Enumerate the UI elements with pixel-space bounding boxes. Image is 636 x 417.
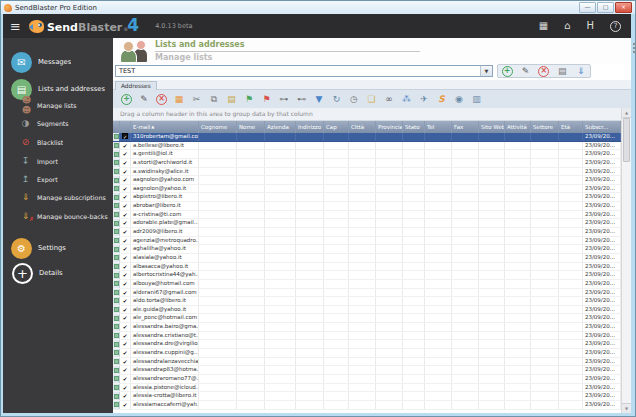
column-header[interactable]: Azienda <box>265 121 296 133</box>
row-checkbox[interactable]: ✔ <box>120 358 131 366</box>
delete-list-button[interactable]: × <box>538 66 549 77</box>
edit-list-button[interactable]: ✎ <box>520 66 531 77</box>
columns-button[interactable]: ▥ <box>471 94 482 105</box>
contact-history-button[interactable]: ◷ <box>349 94 360 105</box>
row-checkbox[interactable]: ✔ <box>120 323 131 331</box>
column-header[interactable]: Età <box>559 121 583 133</box>
row-checkbox[interactable]: ✔ <box>120 228 131 236</box>
row-checkbox[interactable]: ✔ <box>120 263 131 271</box>
row-checkbox[interactable]: ✔ <box>120 159 131 167</box>
scroll-down-icon[interactable]: ▼ <box>622 403 631 413</box>
column-header[interactable]: Sito Web <box>479 121 505 133</box>
row-checkbox[interactable]: ✔ <box>120 202 131 210</box>
table-row[interactable]: ✔aagnolon@yahoo.com23/09/20... <box>113 176 621 185</box>
row-checkbox[interactable]: ✔ <box>120 271 131 279</box>
column-header[interactable]: Subscr... <box>583 121 621 133</box>
table-row[interactable]: ✔albouya@hotmail.com23/09/20... <box>113 280 621 289</box>
row-checkbox[interactable]: ✔ <box>120 366 131 374</box>
column-header[interactable]: Indirizzo <box>296 121 324 133</box>
row-checkbox[interactable]: ✔ <box>120 150 131 158</box>
column-header[interactable]: Fax <box>452 121 479 133</box>
column-header[interactable]: Nome <box>237 121 265 133</box>
column-header[interactable]: Tel <box>425 121 452 133</box>
sidebar-item-manage-lists[interactable]: ☻☻Manage lists <box>3 98 113 112</box>
share-network-button[interactable]: ⁂ <box>401 94 412 105</box>
table-row[interactable]: ✔alessandra.dre@virgilio...23/09/20... <box>113 340 621 349</box>
row-checkbox[interactable]: ✔ <box>120 280 131 288</box>
scrollbar-thumb[interactable] <box>623 118 630 162</box>
sidebar-item-export[interactable]: ↥Export <box>3 172 113 186</box>
table-row[interactable]: ✔albertocristina44@yah...23/09/20... <box>113 271 621 280</box>
add-contact-button[interactable]: + <box>121 94 132 105</box>
row-checkbox[interactable]: ✓ <box>120 133 131 141</box>
list-selector[interactable]: TEST ▼ <box>115 65 493 77</box>
row-checkbox[interactable]: ✔ <box>120 314 131 322</box>
date-grid-button[interactable]: ▦ <box>174 94 185 105</box>
column-header[interactable]: Attività <box>505 121 531 133</box>
table-row[interactable]: ✔a.swidinsky@alice.it23/09/20... <box>113 168 621 177</box>
red-flag-button[interactable]: ⚑ <box>261 94 272 105</box>
close-button[interactable]: × <box>615 2 632 13</box>
table-row[interactable]: ✓310robertam@gmail.com23/09/20... <box>113 133 621 142</box>
tools-icon[interactable]: H <box>586 21 594 31</box>
table-scrollbar[interactable]: ▲ ▼ <box>621 108 631 413</box>
sync-contacts-button[interactable]: ↻ <box>331 94 342 105</box>
table-row[interactable]: ✔abrobar@libero.it23/09/20... <box>113 202 621 211</box>
row-checkbox[interactable]: ✔ <box>120 384 131 392</box>
print-button[interactable]: ▤ <box>557 66 568 77</box>
calendar-icon[interactable]: ▦ <box>539 21 548 31</box>
copy-button[interactable]: ⧉ <box>209 94 220 105</box>
row-checkbox[interactable]: ✔ <box>120 375 131 383</box>
sidebar-item-settings[interactable]: ⚙Settings <box>3 237 113 259</box>
table-row[interactable]: ✔alessiamaccaferri@yah...23/09/20... <box>113 401 621 410</box>
table-row[interactable]: ✔alessandraromano77@...23/09/20... <box>113 375 621 384</box>
table-row[interactable]: ✔alasiala@yahoo.it23/09/20... <box>113 254 621 263</box>
minimize-button[interactable]: — <box>579 2 596 13</box>
filter-button[interactable]: ▼ <box>314 94 325 105</box>
panel-grip[interactable] <box>633 43 635 45</box>
table-row[interactable]: ✔a.gentili@iol.it23/09/20... <box>113 150 621 159</box>
paste-button[interactable]: ▤ <box>226 94 237 105</box>
send-plane-button[interactable]: ✈ <box>419 94 430 105</box>
table-row[interactable]: ✔aagnolon@yahoo.it23/09/20... <box>113 185 621 194</box>
row-checkbox[interactable]: ✔ <box>120 219 131 227</box>
column-header[interactable]: Provincia <box>376 121 403 133</box>
row-checkbox[interactable]: ✔ <box>120 211 131 219</box>
preview-eye-button[interactable]: ◉ <box>454 94 465 105</box>
table-row[interactable]: ✔aghalilha@yahoo.it23/09/20... <box>113 245 621 254</box>
sidebar-item-segments[interactable]: ◑Segments <box>3 116 113 130</box>
row-checkbox[interactable]: ✔ <box>120 142 131 150</box>
help-icon[interactable]: ? <box>610 21 621 32</box>
sidebar-item-manage-subscriptions[interactable]: ⇓Manage subscriptions <box>3 190 113 204</box>
export-grid-button[interactable]: ⇓ <box>575 66 586 77</box>
table-row[interactable]: ✔alessia-crotta@libero.it23/09/20... <box>113 392 621 401</box>
notes-button[interactable]: ❏ <box>366 94 377 105</box>
table-row[interactable]: ✔alessandra.bairo@gma...23/09/20... <box>113 323 621 332</box>
table-row[interactable]: ✔alessia.pistone@icloud...23/09/20... <box>113 384 621 393</box>
column-header[interactable]: Città <box>349 121 376 133</box>
column-header[interactable]: Cognome <box>199 121 237 133</box>
row-checkbox[interactable]: ✔ <box>120 254 131 262</box>
table-row[interactable]: ✔abpietro@libero.it23/09/20... <box>113 193 621 202</box>
table-row[interactable]: ✔a-cristina@ti.com23/09/20... <box>113 211 621 220</box>
edit-contact-button[interactable]: ✎ <box>139 94 150 105</box>
table-row[interactable]: ✔ale.guida@yahoo.it23/09/20... <box>113 306 621 315</box>
table-row[interactable]: ✔alessandra.cuppini@g...23/09/20... <box>113 349 621 358</box>
table-row[interactable]: ✔agenzia@metroquadro...23/09/20... <box>113 237 621 246</box>
row-checkbox[interactable]: ✔ <box>120 193 131 201</box>
delete-contact-button[interactable]: × <box>156 94 167 105</box>
row-checkbox[interactable]: ✔ <box>120 306 131 314</box>
row-checkbox[interactable]: ✔ <box>120 340 131 348</box>
cut-button[interactable]: ✂ <box>191 94 202 105</box>
table-row[interactable]: ✔alessandralanzavecchia...23/09/20... <box>113 358 621 367</box>
sidebar-item-messages[interactable]: ✉Messages <box>3 51 113 73</box>
sidebar-item-import[interactable]: ↧Import <box>3 154 113 168</box>
table-row[interactable]: ✔ale_ponc@hotmail.com23/09/20... <box>113 314 621 323</box>
sidebar-item-details[interactable]: +Details <box>3 262 113 284</box>
row-checkbox[interactable]: ✔ <box>120 297 131 305</box>
column-header[interactable]: E-mail▲ <box>131 121 199 133</box>
table-row[interactable]: ✔aldo.torta@libero.it23/09/20... <box>113 297 621 306</box>
row-checkbox[interactable]: ✔ <box>120 237 131 245</box>
sidebar-item-manage-bounce-backs[interactable]: ⇓✗Manage bounce-backs <box>3 209 113 223</box>
column-header[interactable]: Cap <box>324 121 349 133</box>
